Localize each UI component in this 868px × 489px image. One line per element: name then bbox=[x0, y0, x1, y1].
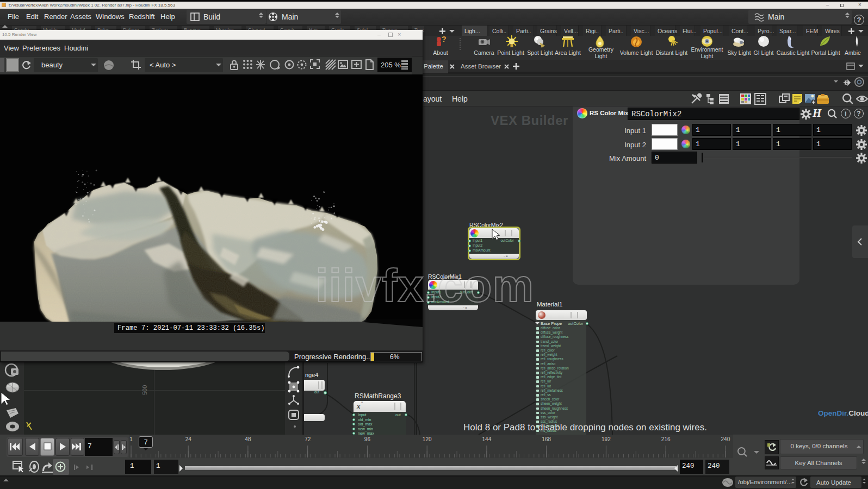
svg-text:?: ? bbox=[442, 35, 447, 43]
svg-text:1: 1 bbox=[129, 436, 133, 442]
svg-text:240: 240 bbox=[721, 436, 730, 442]
svg-text:96: 96 bbox=[364, 436, 371, 442]
svg-text:24: 24 bbox=[185, 436, 192, 442]
svg-text:216: 216 bbox=[661, 436, 671, 442]
svg-text:72: 72 bbox=[305, 436, 311, 442]
svg-text:120: 120 bbox=[423, 436, 432, 442]
svg-text:168: 168 bbox=[542, 436, 551, 442]
svg-text:192: 192 bbox=[602, 436, 611, 442]
svg-text:48: 48 bbox=[245, 436, 251, 442]
svg-text:144: 144 bbox=[482, 436, 492, 442]
